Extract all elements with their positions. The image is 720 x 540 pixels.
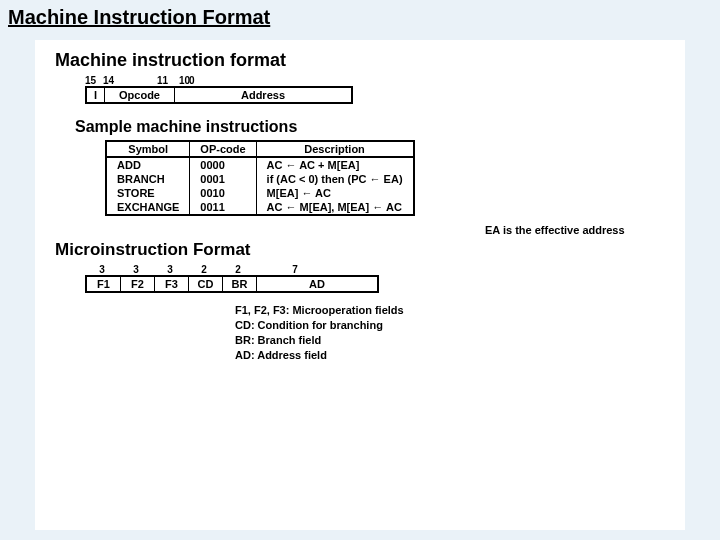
width-f1: 3 [85, 264, 119, 275]
content-panel: Machine instruction format 15 14 11 10 0… [35, 40, 685, 530]
legend-line: CD: Condition for branching [235, 318, 675, 333]
ea-note: EA is the effective address [485, 224, 625, 236]
table-row: BRANCH 0001 if (AC < 0) then (PC ← EA) [106, 172, 414, 186]
micro-bit-widths: 3 3 3 2 2 7 [85, 264, 675, 275]
heading-sample-instructions: Sample machine instructions [75, 118, 675, 136]
field-address: Address [175, 88, 351, 102]
legend-line: BR: Branch field [235, 333, 675, 348]
instruction-format-box: I Opcode Address [85, 86, 353, 104]
width-f2: 3 [119, 264, 153, 275]
col-opcode: OP-code [190, 141, 256, 157]
bit-14: 14 [103, 75, 114, 86]
table-row: ADD 0000 AC ← AC + M[EA] [106, 157, 414, 172]
instruction-table: Symbol OP-code Description ADD 0000 AC ←… [105, 140, 415, 216]
table-row: STORE 0010 M[EA] ← AC [106, 186, 414, 200]
cell-desc: if (AC < 0) then (PC ← EA) [256, 172, 413, 186]
col-symbol: Symbol [106, 141, 190, 157]
bit-11: 11 [157, 75, 168, 86]
field-ad: AD [257, 277, 377, 291]
width-ad: 7 [255, 264, 335, 275]
width-f3: 3 [153, 264, 187, 275]
cell-op: 0011 [190, 200, 256, 215]
page-title: Machine Instruction Format [0, 0, 720, 33]
field-f2: F2 [121, 277, 155, 291]
cell-op: 0010 [190, 186, 256, 200]
field-f1: F1 [87, 277, 121, 291]
heading-machine-format: Machine instruction format [55, 50, 675, 71]
cell-sym: EXCHANGE [106, 200, 190, 215]
cell-desc: M[EA] ← AC [256, 186, 413, 200]
cell-sym: STORE [106, 186, 190, 200]
microinstruction-format-box: F1 F2 F3 CD BR AD [85, 275, 379, 293]
table-row: EXCHANGE 0011 AC ← M[EA], M[EA] ← AC [106, 200, 414, 215]
field-i: I [87, 88, 105, 102]
cell-sym: BRANCH [106, 172, 190, 186]
cell-sym: ADD [106, 157, 190, 172]
field-br: BR [223, 277, 257, 291]
cell-op: 0000 [190, 157, 256, 172]
width-cd: 2 [187, 264, 221, 275]
bit-15: 15 [85, 75, 103, 86]
col-description: Description [256, 141, 413, 157]
field-f3: F3 [155, 277, 189, 291]
legend-line: F1, F2, F3: Microoperation fields [235, 303, 675, 318]
cell-desc: AC ← M[EA], M[EA] ← AC [256, 200, 413, 215]
field-cd: CD [189, 277, 223, 291]
cell-desc: AC ← AC + M[EA] [256, 157, 413, 172]
table-header: Symbol OP-code Description [106, 141, 414, 157]
heading-microinstruction: Microinstruction Format [55, 240, 675, 260]
bit-labels: 15 14 11 10 0 [85, 75, 675, 86]
field-opcode: Opcode [105, 88, 175, 102]
micro-legend: F1, F2, F3: Microoperation fields CD: Co… [235, 303, 675, 362]
bit-0: 0 [189, 75, 359, 86]
legend-line: AD: Address field [235, 348, 675, 363]
cell-op: 0001 [190, 172, 256, 186]
width-br: 2 [221, 264, 255, 275]
